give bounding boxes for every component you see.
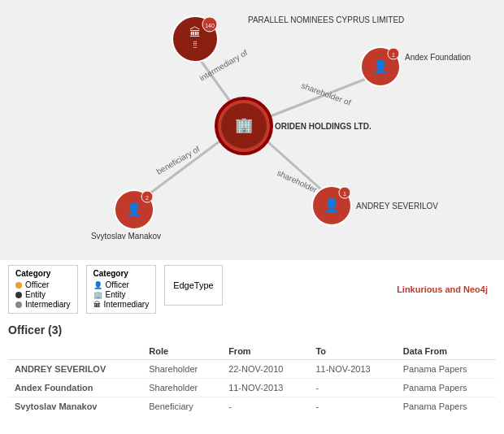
legend-officer-label: Officer (25, 280, 49, 289)
legend-circles-title: Category (15, 269, 71, 278)
graph-canvas[interactable]: intermediary of shareholder of beneficia… (0, 0, 504, 260)
officer-table: Role From To Data From ANDREY SEVERILOVS… (8, 343, 496, 415)
officer-dot (15, 282, 22, 289)
svg-text:🏢: 🏢 (235, 116, 254, 134)
svg-text:1: 1 (343, 191, 346, 197)
legend-circles: Category Officer Entity Intermediary (8, 265, 78, 314)
officer-name[interactable]: ANDREY SEVERILOV (8, 360, 142, 379)
col-data-from: Data From (397, 343, 496, 360)
linkurious-link[interactable]: Linkurious (397, 284, 442, 294)
neo4j-link[interactable]: Neo4j (463, 284, 488, 294)
intermediary-icon: 🏛 (93, 301, 101, 309)
person-icon: 👤 (93, 281, 102, 289)
officer-title: Officer (3) (8, 323, 496, 336)
officer-to: - (309, 379, 396, 397)
credit-and: and (442, 284, 463, 294)
officer-to: - (309, 397, 396, 416)
svg-text:👤: 👤 (126, 202, 142, 217)
table-row: Svytoslav ManakovBeneficiary--Panama Pap… (8, 397, 496, 416)
officer-data-from[interactable]: Panama Papers (397, 379, 496, 397)
legend-officer-circle: Officer (15, 280, 71, 289)
legend-entity-icon-label: Entity (106, 290, 126, 299)
edge-type-label: EdgeType (173, 280, 214, 290)
legend-entity-circle: Entity (15, 290, 71, 299)
officer-from: 22-NOV-2010 (222, 360, 309, 379)
officer-role: Beneficiary (142, 397, 222, 416)
svg-text:⣿: ⣿ (193, 41, 198, 48)
officer-name[interactable]: Svytoslav Manakov (8, 397, 142, 416)
graph-svg: intermediary of shareholder of beneficia… (0, 0, 504, 260)
credit-text: Linkurious and Neo4j (397, 284, 488, 294)
svg-text:👤: 👤 (324, 197, 340, 213)
col-to: To (309, 343, 396, 360)
entity-dot (15, 292, 22, 298)
intermediary-dot (15, 302, 22, 308)
svg-text:ANDREY SEVERILOV: ANDREY SEVERILOV (356, 202, 438, 210)
svg-text:👤: 👤 (372, 59, 389, 74)
table-row: Andex FoundationShareholder11-NOV-2013-P… (8, 379, 496, 397)
edge-type-box: EdgeType (164, 265, 223, 306)
legend-officer-icon-label: Officer (106, 280, 129, 289)
officer-data-from[interactable]: Panama Papers (397, 360, 496, 379)
legend-officer-icon: 👤 Officer (93, 280, 150, 289)
legend-intermediary-label: Intermediary (25, 300, 71, 309)
officer-section: Officer (3) Role From To Data From ANDRE… (0, 319, 504, 420)
legend-intermediary-circle: Intermediary (15, 300, 71, 309)
col-role: Role (142, 343, 222, 360)
legend-entity-icon: 🏢 Entity (93, 290, 150, 299)
col-from: From (222, 343, 309, 360)
legend-icons: Category 👤 Officer 🏢 Entity 🏛 Intermedia… (86, 265, 157, 314)
svg-text:ORIDEN HOLDINGS LTD.: ORIDEN HOLDINGS LTD. (275, 122, 371, 131)
table-row: ANDREY SEVERILOVShareholder22-NOV-201011… (8, 360, 496, 379)
legend-icons-title: Category (93, 269, 150, 278)
col-name (8, 343, 142, 360)
svg-text:140: 140 (205, 23, 215, 28)
svg-text:Svytoslav Manakov: Svytoslav Manakov (91, 232, 161, 241)
building-icon: 🏢 (93, 291, 102, 299)
officer-role: Shareholder (142, 379, 222, 397)
legend-area: Category Officer Entity Intermediary Cat… (0, 260, 504, 319)
officer-role: Shareholder (142, 360, 222, 379)
officer-from: 11-NOV-2013 (222, 379, 309, 397)
svg-text:Andex Foundation: Andex Foundation (405, 53, 471, 62)
svg-text:1: 1 (392, 52, 395, 58)
svg-text:PARALLEL NOMINEES CYPRUS LIMIT: PARALLEL NOMINEES CYPRUS LIMITED (248, 15, 404, 24)
officer-name[interactable]: Andex Foundation (8, 379, 142, 397)
officer-to: 11-NOV-2013 (309, 360, 396, 379)
svg-text:🏛: 🏛 (189, 26, 201, 39)
officer-data-from[interactable]: Panama Papers (397, 397, 496, 416)
legend-intermediary-icon: 🏛 Intermediary (93, 300, 150, 309)
officer-from: - (222, 397, 309, 416)
table-header-row: Role From To Data From (8, 343, 496, 360)
legend-intermediary-icon-label: Intermediary (104, 300, 150, 309)
legend-entity-label: Entity (25, 290, 46, 299)
svg-text:2: 2 (146, 195, 149, 201)
